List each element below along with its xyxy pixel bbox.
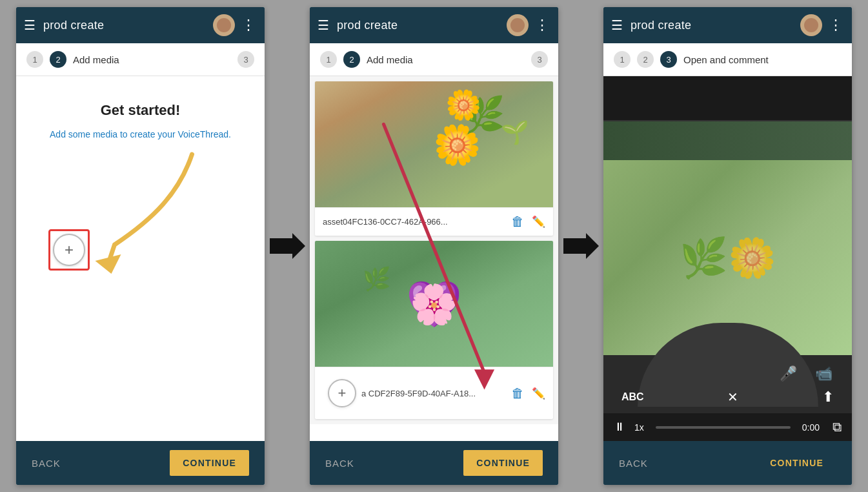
screen2-wrapper: 🌿 🌼 🌱 asset04FC136-0CC7-462A-966... 🗑 ✏️… [310,76,558,441]
continue-button-2[interactable]: CONTINUE [463,450,543,476]
get-started-subtitle: Add some media to create your VoiceThrea… [50,128,231,141]
dots-menu-3[interactable]: ⋮ [829,17,844,34]
time-label: 0:00 [802,422,820,433]
get-started-title: Get started! [101,102,180,119]
close-icon[interactable]: ✕ [727,389,738,405]
step-2-circle-2: 2 [343,51,360,68]
app-title-2: prod create [337,19,507,32]
hamburger-icon-2[interactable]: ☰ [318,19,329,32]
hamburger-icon-3[interactable]: ☰ [611,19,623,32]
delete-icon-1[interactable]: 🗑 [511,214,524,229]
topbar-3: ☰ prod create ⋮ [603,7,852,43]
screen1-content: Get started! Add some media to create yo… [16,76,265,441]
avatar-2 [507,14,529,36]
screen2-content: 🌿 🌼 🌱 asset04FC136-0CC7-462A-966... 🗑 ✏️… [310,76,558,424]
avatar-1 [213,14,235,36]
microphone-icon[interactable]: 🎤 [780,365,797,382]
media-filename-1: asset04FC136-0CC7-462A-966... [323,217,503,227]
step-3-circle-3: 3 [660,51,677,68]
media-item-2: 💜 🌿 + a CDF2F89-5F9D-40AF-A18... 🗑 ✏️ [315,241,553,419]
pause-icon[interactable]: ⏸ [614,420,625,434]
bottom-bar-2: BACK CONTINUE [310,441,558,485]
bottom-bar-1: BACK CONTINUE [16,441,265,485]
back-button-3[interactable]: BACK [619,458,648,469]
screens-container: ☰ prod create ⋮ 1 2 Add media 3 Get star… [0,0,868,492]
dots-menu-2[interactable]: ⋮ [535,17,550,34]
step-bar-2: 1 2 Add media 3 [310,43,558,76]
step-2-circle-3: 2 [637,51,654,68]
yellow-arrow-area: + [29,141,252,283]
svg-marker-1 [270,233,305,259]
comment-controls: 🎤 📹 ABC ✕ ⬆ [603,355,852,413]
edit-icon-2[interactable]: ✏️ [532,387,545,400]
screen-1: ☰ prod create ⋮ 1 2 Add media 3 Get star… [16,7,265,485]
arrow-2 [558,233,603,259]
step-1-circle-2: 1 [320,51,337,68]
screen-3: ☰ prod create ⋮ 1 2 3 Open and comment [603,7,852,485]
text-comment-label[interactable]: ABC [621,391,644,403]
continue-button-3[interactable]: CONTINUE [757,450,836,476]
right-arrow-icon-1 [270,233,305,259]
hamburger-icon[interactable]: ☰ [24,19,35,32]
app-title-1: prod create [43,19,213,32]
speed-label: 1x [634,422,644,433]
right-arrow-icon-2 [563,233,599,259]
step-3-circle-2: 3 [531,51,548,68]
video-thumbnail-strip [603,76,852,160]
step-2-circle: 2 [50,51,66,68]
step-3-circle: 3 [237,51,254,68]
delete-icon-2[interactable]: 🗑 [511,386,524,401]
back-button-1[interactable]: BACK [32,458,61,469]
progress-bar[interactable] [656,426,791,429]
bottom-bar-3: BACK CONTINUE [603,441,852,485]
step-bar-1: 1 2 Add media 3 [16,43,265,76]
dots-menu-1[interactable]: ⋮ [241,17,257,34]
app-title-3: prod create [631,19,800,32]
continue-button-1[interactable]: CONTINUE [170,450,249,476]
upload-icon[interactable]: ⬆ [822,389,834,405]
step-2-label: Add media [73,54,119,65]
topbar-1: ☰ prod create ⋮ [16,7,265,43]
playback-bar: ⏸ 1x 0:00 ⧉ [603,413,852,441]
flower-purple-image: 💜 🌿 [315,241,553,367]
step-2-label-2: Add media [367,54,413,65]
media-item-2-info: + a CDF2F89-5F9D-40AF-A18... 🗑 ✏️ [315,367,553,419]
camera-icon[interactable]: 📹 [815,365,833,382]
slides-icon[interactable]: ⧉ [833,420,842,435]
video-content-placeholder: 🌿🌼 [680,235,776,281]
flower-yellow-image: 🌿 🌼 🌱 [315,81,553,207]
step-1-circle: 1 [26,51,43,68]
add-more-button[interactable]: + [328,379,356,407]
media-item-1-info: asset04FC136-0CC7-462A-966... 🗑 ✏️ [315,207,553,236]
avatar-3 [800,14,822,36]
edit-icon-1[interactable]: ✏️ [532,215,545,229]
add-media-button[interactable]: + [53,234,85,266]
add-media-area: + [48,229,90,271]
media-item-1: 🌿 🌼 🌱 asset04FC136-0CC7-462A-966... 🗑 ✏️ [315,81,553,236]
step-1-circle-3: 1 [614,51,631,68]
screen3-content: 🌿🌼 🎤 📹 ABC ✕ ⬆ ⏸ [603,76,852,441]
red-highlight-box: + [48,229,90,271]
topbar-2: ☰ prod create ⋮ [310,7,558,43]
back-button-2[interactable]: BACK [325,458,354,469]
arrow-1 [265,233,310,259]
media-filename-2: a CDF2F89-5F9D-40AF-A18... [361,389,503,398]
step-bar-3: 1 2 3 Open and comment [603,43,852,76]
svg-marker-4 [563,233,599,259]
step-3-label: Open and comment [683,54,769,65]
screen-2: ☰ prod create ⋮ 1 2 Add media 3 [310,7,558,485]
